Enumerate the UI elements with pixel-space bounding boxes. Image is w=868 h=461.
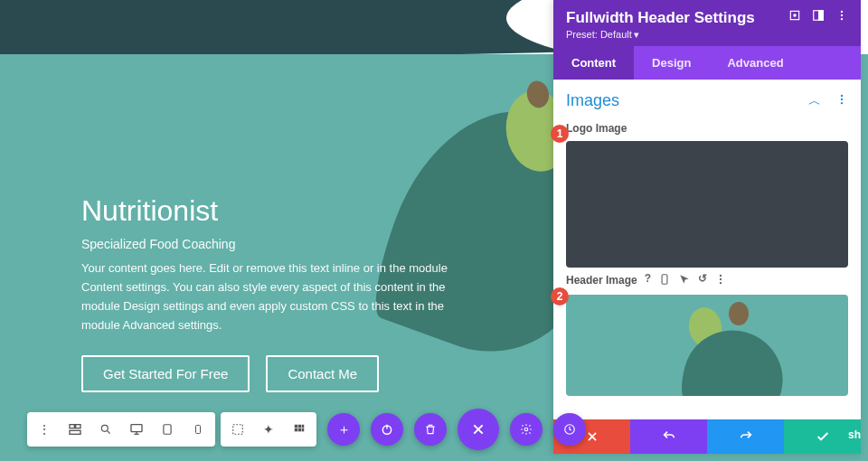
history-button[interactable]	[553, 413, 586, 446]
logo-image-label: Logo Image	[566, 123, 848, 134]
close-builder-button[interactable]	[458, 409, 499, 450]
kebab-menu-icon[interactable]: ⋮	[31, 416, 58, 443]
tablet-icon[interactable]	[154, 416, 181, 443]
help-icon[interactable]: ?	[645, 273, 651, 287]
undo-button[interactable]	[630, 419, 707, 454]
panel-title: Fullwidth Header Settings	[566, 9, 755, 27]
images-section-header[interactable]: Images ︿	[566, 89, 848, 118]
hero-tagline: Specialized Food Coaching	[81, 235, 479, 254]
svg-point-8	[841, 99, 843, 100]
builder-toolbar: ⋮ ✦ ＋	[27, 410, 586, 448]
kebab-menu-icon[interactable]	[714, 273, 727, 287]
hero-description: Your content goes here. Edit or remove t…	[81, 259, 479, 334]
svg-rect-15	[76, 425, 80, 428]
logo-arc-mini: ESTABLISED 1990	[571, 186, 843, 222]
wireframe-icon[interactable]	[61, 416, 89, 443]
preset-selector[interactable]: Preset: Default▾	[566, 29, 848, 41]
power-button[interactable]	[371, 413, 403, 446]
header-image-label: Header Image ? ↺	[566, 273, 848, 287]
mobile-icon[interactable]	[184, 416, 212, 443]
hero-title: Nutritionist	[81, 193, 479, 228]
toolbar-group-actions: ✦	[221, 412, 316, 447]
desktop-icon[interactable]	[123, 416, 150, 443]
select-icon[interactable]	[224, 416, 251, 443]
svg-rect-18	[131, 425, 142, 432]
svg-point-1	[794, 14, 796, 16]
svg-rect-10	[662, 275, 667, 285]
svg-point-5	[841, 14, 843, 16]
svg-point-12	[720, 278, 722, 280]
redo-button[interactable]	[707, 419, 784, 454]
save-button[interactable]	[784, 419, 861, 454]
svg-rect-20	[196, 426, 201, 434]
kebab-menu-icon[interactable]	[835, 92, 848, 108]
chevron-up-icon[interactable]: ︿	[808, 94, 821, 107]
expand-icon[interactable]	[788, 9, 801, 22]
panel-footer	[553, 419, 861, 454]
svg-point-7	[841, 95, 843, 97]
snap-right-icon[interactable]	[812, 9, 825, 22]
svg-point-9	[841, 102, 843, 104]
header-image-thumbnail[interactable]	[566, 295, 848, 396]
mobile-icon[interactable]	[658, 273, 671, 287]
svg-rect-21	[233, 425, 243, 435]
images-section-title: Images	[566, 92, 619, 108]
svg-point-4	[841, 11, 843, 13]
tab-design[interactable]: Design	[634, 46, 709, 80]
hover-icon[interactable]	[678, 273, 691, 287]
hero-button-row: Get Started For Free Contact Me	[81, 355, 479, 392]
get-started-button[interactable]: Get Started For Free	[81, 355, 250, 392]
tab-advanced[interactable]: Advanced	[709, 46, 801, 80]
contact-me-button[interactable]: Contact Me	[266, 355, 379, 392]
svg-rect-22	[295, 425, 298, 428]
panel-body: Images ︿ Logo Image ESTABLISED 1990 Head…	[553, 80, 861, 419]
settings-button[interactable]	[510, 413, 542, 446]
svg-point-17	[101, 425, 108, 431]
svg-point-13	[720, 282, 722, 284]
panel-tabs: Content Design Advanced	[553, 46, 861, 80]
svg-rect-27	[302, 428, 304, 432]
kebab-menu-icon[interactable]	[835, 9, 848, 22]
reset-icon[interactable]: ↺	[698, 273, 707, 287]
svg-point-11	[720, 275, 722, 277]
svg-rect-24	[302, 425, 304, 428]
grid-icon[interactable]	[286, 416, 313, 443]
svg-rect-3	[819, 11, 824, 21]
svg-rect-23	[298, 425, 302, 428]
svg-rect-16	[70, 430, 80, 434]
svg-rect-19	[164, 425, 171, 435]
svg-point-6	[841, 18, 843, 20]
svg-point-29	[524, 428, 528, 431]
page-canvas: ESTABLISED 1990 Nutritionist Specialized…	[0, 0, 868, 461]
logo-arc-text: ESTABLISED 1990	[118, 145, 443, 190]
logo-image-thumbnail[interactable]: ESTABLISED 1990	[566, 141, 848, 268]
svg-rect-14	[70, 425, 74, 428]
svg-rect-25	[295, 428, 298, 432]
leaf-icon	[729, 302, 749, 325]
zoom-icon[interactable]	[92, 416, 119, 443]
tab-content[interactable]: Content	[553, 46, 634, 80]
toolbar-group-view: ⋮	[27, 412, 215, 447]
add-button[interactable]: ＋	[327, 413, 360, 446]
panel-header: Fullwidth Header Settings Preset: Defaul…	[553, 0, 861, 46]
callout-badge-1: 1	[551, 125, 569, 143]
hero-content: ESTABLISED 1990 Nutritionist Specialized…	[81, 145, 479, 392]
settings-panel: Fullwidth Header Settings Preset: Defaul…	[553, 0, 861, 454]
trash-button[interactable]	[414, 413, 447, 446]
svg-rect-26	[298, 428, 302, 432]
magic-icon[interactable]: ✦	[255, 416, 282, 443]
callout-badge-2: 2	[551, 287, 569, 306]
